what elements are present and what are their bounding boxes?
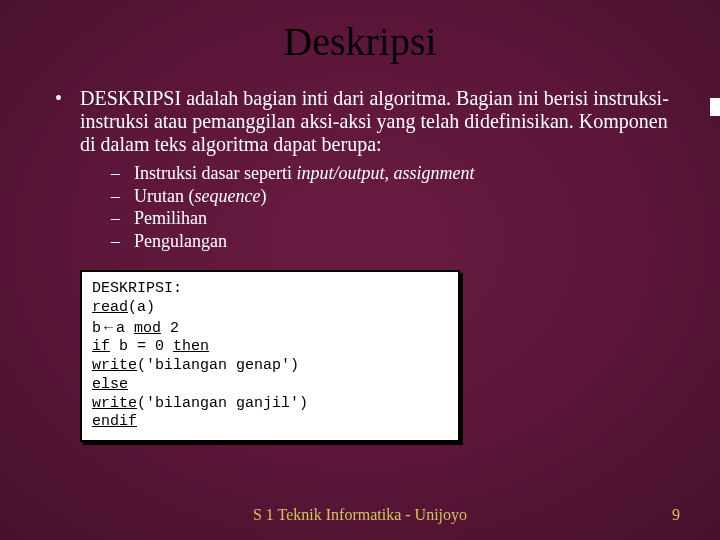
list-item: – Urutan (sequence)	[111, 185, 680, 208]
main-paragraph: DESKRIPSI adalah bagian inti dari algori…	[80, 87, 680, 156]
edge-artifact	[710, 98, 720, 116]
list-item-text: Urutan (sequence)	[134, 185, 266, 208]
page-number: 9	[672, 506, 680, 524]
list-item: – Pemilihan	[111, 207, 680, 230]
list-item-text: Instruksi dasar seperti input/output, as…	[134, 162, 474, 185]
sub-list: – Instruksi dasar seperti input/output, …	[55, 162, 680, 252]
dash-icon: –	[111, 185, 120, 208]
slide-content: • DESKRIPSI adalah bagian inti dari algo…	[0, 65, 720, 442]
dash-icon: –	[111, 162, 120, 185]
slide-title: Deskripsi	[0, 0, 720, 65]
dash-icon: –	[111, 230, 120, 253]
dash-icon: –	[111, 207, 120, 230]
bullet-main: • DESKRIPSI adalah bagian inti dari algo…	[55, 87, 680, 156]
list-item: – Instruksi dasar seperti input/output, …	[111, 162, 680, 185]
footer-text: S 1 Teknik Informatika - Unijoyo	[0, 506, 720, 524]
list-item: – Pengulangan	[111, 230, 680, 253]
bullet-icon: •	[55, 87, 62, 109]
code-box: DESKRIPSI: read(a) b←a mod 2 if b = 0 th…	[80, 270, 460, 442]
list-item-text: Pengulangan	[134, 230, 227, 253]
list-item-text: Pemilihan	[134, 207, 207, 230]
